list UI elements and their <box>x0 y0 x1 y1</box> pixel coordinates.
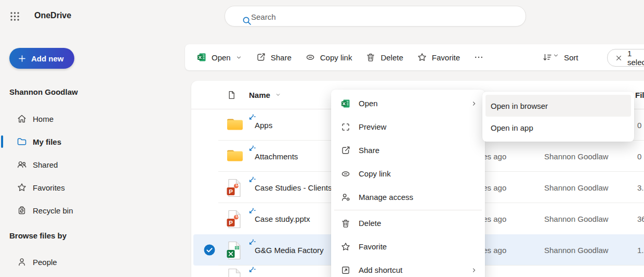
people-icon <box>17 159 27 170</box>
toolbar-button-label: Favorite <box>432 53 460 62</box>
search-box <box>225 6 526 27</box>
recycle-icon <box>17 205 27 216</box>
onedrive-app: OneDrive Add new Shannon Goodlaw HomeMy … <box>0 0 644 277</box>
excel-file-icon <box>226 241 242 262</box>
sort-button[interactable]: Sort <box>542 44 590 70</box>
context-menu-item-favorite[interactable]: Favorite <box>331 235 485 258</box>
sidebar-item-recycle-bin[interactable]: Recycle bin <box>0 199 187 222</box>
sidebar-item-favorites[interactable]: Favorites <box>0 176 187 199</box>
toolbar-open-button[interactable]: Open <box>196 44 249 70</box>
menu-item-label: Add shortcut <box>359 266 463 274</box>
more-icon <box>474 52 484 62</box>
sidebar-nav: HomeMy filesSharedFavoritesRecycle bin <box>0 107 187 222</box>
context-menu-item-copy-link[interactable]: Copy link <box>331 162 485 185</box>
selected-indicator <box>1 135 3 148</box>
excel-logo-icon <box>340 98 351 109</box>
toolbar-button-label: Delete <box>380 53 403 62</box>
person-icon <box>17 257 27 267</box>
top-bar: OneDrive <box>0 0 644 31</box>
submenu-item-label: Open in app <box>491 123 533 132</box>
owner-cell: Shannon Goodlaw <box>544 203 608 234</box>
page-title: OneDrive <box>34 0 71 31</box>
chevron-down-icon <box>275 92 281 98</box>
chevron-down-icon <box>275 92 281 98</box>
owner-cell: Shannon Goodlaw <box>544 234 608 266</box>
toolbar-delete-button[interactable]: Delete <box>359 44 410 70</box>
context-menu-item-share[interactable]: Share <box>331 138 485 162</box>
folder-outline-icon <box>17 136 27 147</box>
sidebar-item-label: Shared <box>33 160 58 169</box>
plus-icon <box>18 54 27 63</box>
selected-check-icon[interactable] <box>204 244 215 258</box>
toolbar-share-button[interactable]: Share <box>249 44 298 70</box>
context-menu: OpenPreviewShareCopy linkManage accessDe… <box>331 90 485 277</box>
menu-item-label: Delete <box>359 219 478 228</box>
trash-icon <box>340 218 351 229</box>
owner-cell: Shannon Goodlaw <box>544 172 608 203</box>
close-icon <box>615 54 623 62</box>
owner-cell: Shannon Goodlaw <box>544 141 608 172</box>
toolbar-favorite-button[interactable]: Favorite <box>410 44 467 70</box>
menu-item-label: Copy link <box>359 169 478 178</box>
app-launcher-icon[interactable] <box>8 10 21 22</box>
menu-item-label: Share <box>359 146 478 155</box>
menu-item-label: Preview <box>359 122 478 131</box>
file-name[interactable]: Case study.pptx <box>255 203 310 234</box>
selection-pill[interactable]: 1 selected <box>607 49 644 67</box>
command-bar: OpenShareCopy linkDeleteFavorite Sort 1 … <box>185 44 644 70</box>
submenu-item-open-in-browser[interactable]: Open in browser <box>485 95 631 117</box>
sort-icon <box>542 52 559 62</box>
sort-label: Sort <box>564 53 579 62</box>
search-input[interactable] <box>250 6 517 27</box>
file-name[interactable]: Attachments <box>255 141 298 172</box>
toolbar-button-label: Share <box>271 53 292 62</box>
menu-item-label: Manage access <box>359 193 478 202</box>
file-size-cell: 36 KB <box>637 203 644 234</box>
command-bar-buttons: OpenShareCopy linkDeleteFavorite <box>196 44 491 70</box>
file-size-cell: 1.2 KB <box>637 234 644 266</box>
document-icon <box>227 90 236 100</box>
context-menu-item-open[interactable]: Open <box>331 92 485 115</box>
context-menu-item-delete[interactable]: Delete <box>331 211 485 235</box>
link-icon <box>340 169 351 179</box>
home-icon <box>17 114 27 124</box>
add-new-button[interactable]: Add new <box>9 48 74 69</box>
chevron-down-icon <box>235 54 242 61</box>
add-new-label: Add new <box>31 54 64 63</box>
file-name[interactable]: Apps <box>255 109 272 141</box>
sidebar-item-shared[interactable]: Shared <box>0 153 187 176</box>
toolbar-button-label: Copy link <box>320 53 352 62</box>
profile-name: Shannon Goodlaw <box>9 87 78 96</box>
context-menu-item-manage-access[interactable]: Manage access <box>331 185 485 209</box>
submenu-item-label: Open in browser <box>491 102 548 110</box>
selection-count: 1 selected <box>627 49 644 67</box>
sidebar: Add new Shannon Goodlaw HomeMy filesShar… <box>0 31 187 277</box>
sidebar-item-people[interactable]: People <box>0 250 187 273</box>
submenu-item-open-in-app[interactable]: Open in app <box>485 117 631 138</box>
menu-item-label: Favorite <box>359 242 478 251</box>
preview-icon <box>340 122 351 132</box>
column-header-file-size[interactable]: File size <box>635 81 644 109</box>
toolbar-copy-link-button[interactable]: Copy link <box>298 44 359 70</box>
sidebar-browse-nav: People <box>0 250 187 273</box>
share-icon <box>340 145 351 156</box>
context-menu-item-preview[interactable]: Preview <box>331 115 485 138</box>
sidebar-item-my-files[interactable]: My files <box>0 130 187 153</box>
file-name[interactable]: Case Studies - Clients <box>255 172 332 203</box>
folder-file-icon <box>226 147 244 164</box>
file-name[interactable]: G&G Media Factory <box>255 234 324 266</box>
sidebar-item-home[interactable]: Home <box>0 107 187 130</box>
column-header-name[interactable]: Name <box>249 91 270 99</box>
sidebar-item-label: People <box>33 258 57 267</box>
toolbar-more-button[interactable] <box>467 44 491 70</box>
excel-logo-icon <box>196 52 207 62</box>
document-icon <box>227 90 236 100</box>
context-menu-item-add-shortcut[interactable]: Add shortcut <box>331 258 485 277</box>
link-icon <box>305 52 316 62</box>
file-file-icon <box>226 268 242 277</box>
star-icon <box>340 242 351 252</box>
file-size-cell: 3.2 MB <box>637 172 644 203</box>
open-submenu: Open in browserOpen in app <box>482 92 634 142</box>
plus-icon <box>18 54 27 63</box>
ppt-file-icon: P <box>226 210 242 231</box>
